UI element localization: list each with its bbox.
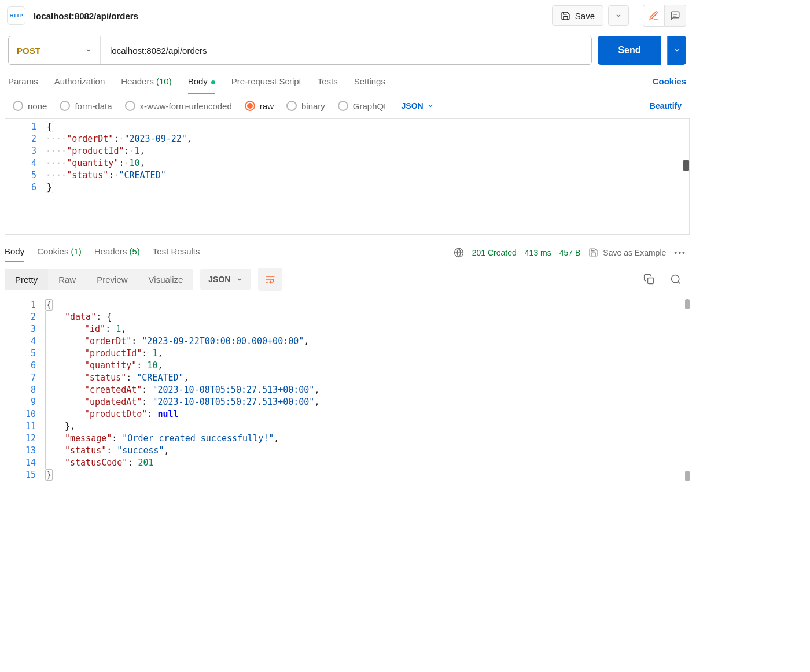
method-label: POST [17,46,41,56]
view-pretty[interactable]: Pretty [5,269,48,290]
response-content[interactable]: {"data": {"id": 1,"orderDt": "2023-09-22… [43,297,690,483]
tab-headers[interactable]: Headers(10) [121,69,171,93]
radio-icon [245,101,255,111]
scrollbar-thumb[interactable] [685,299,690,309]
view-raw[interactable]: Raw [48,269,86,290]
comments-button[interactable] [665,5,686,27]
pencil-icon [649,10,659,21]
scrollbar-thumb[interactable] [685,471,690,481]
editor-content[interactable]: {····"orderDt":·"2023-09-22",····"produc… [43,119,689,234]
bodytype-binary[interactable]: binary [286,101,325,111]
resp-tab-testresults[interactable]: Test Results [153,243,200,262]
response-bar: Body Cookies(1) Headers(5) Test Results … [0,235,694,264]
chevron-down-icon [85,47,92,54]
save-example-button[interactable]: Save as Example [588,248,666,257]
response-size: 457 B [559,248,581,257]
request-title: localhost:8082/api/orders [34,11,544,21]
wrap-lines-button[interactable] [258,268,282,291]
bodytype-x-www[interactable]: x-www-form-urlencoded [125,101,232,111]
bodytype-graphql[interactable]: GraphQL [338,101,389,111]
save-dropdown[interactable] [608,5,629,26]
comment-icon [670,10,680,21]
resp-tab-cookies[interactable]: Cookies(1) [37,243,82,262]
send-label: Send [618,45,640,56]
response-gutter: 123456789101112131415 [5,297,43,483]
request-url-row: POST Send [0,31,694,69]
chevron-down-icon [427,102,434,109]
beautify-button[interactable]: Beautify [650,101,682,110]
save-label: Save [575,11,595,21]
modified-dot-icon [211,80,215,84]
titlebar: HTTP localhost:8082/api/orders Save [0,0,694,31]
radio-icon [338,101,348,111]
network-icon[interactable] [454,248,464,258]
chevron-down-icon [673,47,680,54]
request-tabs: Params Authorization Headers(10) Body Pr… [0,69,694,94]
svg-line-8 [678,282,680,284]
bodytype-form-data[interactable]: form-data [60,101,112,111]
radio-icon [60,101,70,111]
bodytype-none[interactable]: none [13,101,47,111]
send-button[interactable]: Send [598,36,661,65]
editor-gutter: 123456 [5,119,43,234]
response-toolbar: Pretty Raw Preview Visualize JSON [0,264,694,297]
tab-settings[interactable]: Settings [354,69,385,93]
tab-tests[interactable]: Tests [318,69,338,93]
save-button[interactable]: Save [552,5,603,26]
radio-icon [13,101,23,111]
svg-rect-6 [648,278,654,284]
chevron-down-icon [615,12,622,19]
tab-prerequest[interactable]: Pre-request Script [231,69,301,93]
more-button[interactable]: ••• [674,248,686,257]
tab-body[interactable]: Body [188,69,215,93]
view-pills: Pretty Raw Preview Visualize [5,269,193,290]
radio-icon [286,101,297,111]
tab-authorization[interactable]: Authorization [54,69,105,93]
view-visualize[interactable]: Visualize [138,269,194,290]
save-icon [561,11,570,21]
response-time: 413 ms [525,248,551,257]
status-code: 201 Created [472,248,517,257]
bodytype-raw[interactable]: raw [245,101,274,111]
body-types: none form-data x-www-form-urlencoded raw… [0,94,694,118]
save-example-label: Save as Example [603,248,666,257]
search-button[interactable] [670,274,682,285]
minimap-indicator [683,160,689,171]
edit-button[interactable] [643,5,665,27]
save-icon [588,248,598,257]
url-input[interactable] [101,36,591,64]
bodyformat-select[interactable]: JSON [402,101,434,110]
request-body-editor[interactable]: 123456 {····"orderDt":·"2023-09-22",····… [5,118,690,235]
wrap-icon [264,274,276,285]
copy-button[interactable] [643,274,655,285]
view-preview[interactable]: Preview [86,269,138,290]
cookies-link[interactable]: Cookies [653,76,686,86]
http-badge: HTTP [7,6,25,25]
chevron-down-icon [236,276,243,283]
response-body-viewer[interactable]: 123456789101112131415 {"data": {"id": 1,… [5,297,690,483]
response-format-select[interactable]: JSON [200,269,251,290]
tab-params[interactable]: Params [8,69,38,93]
radio-icon [125,101,135,111]
resp-tab-body[interactable]: Body [5,243,24,262]
svg-point-7 [672,275,679,283]
send-dropdown[interactable] [667,36,686,65]
method-select[interactable]: POST [9,36,101,64]
resp-tab-headers[interactable]: Headers(5) [94,243,140,262]
